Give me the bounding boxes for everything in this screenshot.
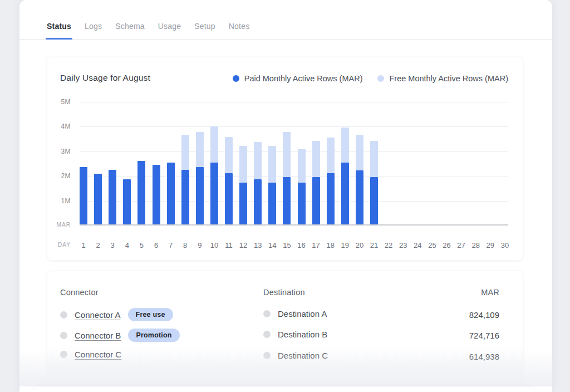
paid-bar-day-14 (268, 183, 276, 224)
usage-table-card: Connector Destination MAR Connector A Fr… (47, 271, 523, 386)
mar-value: 824,109 (469, 310, 499, 320)
destination-status-icon (263, 352, 271, 359)
gridline (80, 102, 508, 102)
paid-bar-day-18 (327, 173, 335, 224)
y-tick-label: 1M (52, 197, 71, 205)
free-bar-day-13 (254, 142, 262, 179)
destination-row: Destination B (263, 330, 327, 339)
legend-label-paid: Paid Monthly Active Rows (MAR) (244, 74, 363, 83)
free-bar-day-10 (210, 126, 218, 163)
paid-bar-day-6 (153, 165, 160, 224)
gridline (80, 151, 508, 152)
connector-link[interactable]: Connector C (75, 350, 121, 359)
paid-bar-day-11 (225, 173, 233, 224)
free-bar-day-19 (341, 128, 349, 163)
free-bar-day-11 (225, 137, 233, 173)
destination-label: Destination A (278, 309, 327, 318)
x-tick-label: 30 (497, 241, 513, 249)
paid-series-dot-icon (233, 75, 239, 82)
tab-notes[interactable]: Notes (229, 22, 250, 31)
free-bar-day-18 (327, 138, 335, 173)
tab-status[interactable]: Status (47, 22, 71, 31)
connector-badge: Promotion (128, 329, 179, 342)
paid-bar-day-19 (341, 163, 349, 224)
mar-value: 724,716 (469, 331, 499, 340)
connector-row: Connector B Promotion (60, 329, 180, 342)
x-axis-label: DAY (51, 242, 71, 248)
chart-plot: MAR DAY 1M2M3M4M5M1234567891011121314151… (80, 102, 508, 226)
connector-link[interactable]: Connector B (75, 331, 121, 340)
paid-bar-day-10 (210, 163, 218, 224)
y-tick-label: 2M (52, 172, 71, 180)
connector-status-icon (60, 351, 67, 358)
destination-label: Destination B (278, 330, 327, 339)
paid-bar-day-3 (109, 170, 116, 224)
connector-row: Connector C (60, 350, 121, 359)
paid-bar-day-13 (254, 179, 262, 224)
tab-setup[interactable]: Setup (194, 22, 215, 31)
paid-bar-day-7 (167, 163, 175, 224)
gridline (80, 126, 508, 127)
connector-status-icon (60, 332, 67, 339)
paid-bar-day-21 (370, 177, 378, 224)
free-bar-day-14 (268, 146, 276, 183)
connector-row: Connector A Free use (60, 308, 173, 321)
y-tick-label: 4M (52, 122, 71, 130)
next-section-edge (33, 386, 534, 392)
destination-status-icon (263, 331, 271, 338)
paid-bar-day-9 (196, 167, 204, 224)
daily-usage-chart-card: Daily Usage for August Paid Monthly Acti… (47, 57, 523, 260)
destination-status-icon (263, 310, 271, 317)
free-bar-day-16 (298, 149, 306, 183)
tab-usage[interactable]: Usage (158, 22, 181, 31)
chart-legend: Paid Monthly Active Rows (MAR) Free Mont… (233, 74, 508, 83)
tab-logs[interactable]: Logs (85, 22, 102, 31)
paid-bar-day-20 (356, 170, 363, 224)
x-axis-baseline (80, 224, 508, 226)
legend-item-paid: Paid Monthly Active Rows (MAR) (233, 74, 363, 83)
paid-bar-day-17 (312, 177, 320, 224)
paid-bar-day-12 (239, 183, 247, 224)
free-bar-day-8 (181, 135, 189, 170)
free-bar-day-9 (196, 132, 204, 167)
mar-value: 614,938 (469, 352, 499, 361)
paid-bar-day-4 (123, 179, 131, 224)
free-bar-day-20 (356, 135, 363, 170)
y-tick-label: 3M (52, 148, 71, 155)
y-tick-label: 5M (52, 98, 71, 106)
connector-link[interactable]: Connector A (75, 310, 121, 320)
connector-badge: Free use (128, 308, 173, 321)
paid-bar-day-5 (137, 161, 145, 224)
legend-item-free: Free Monthly Active Rows (MAR) (377, 74, 508, 83)
paid-bar-day-15 (283, 177, 291, 224)
column-header-connector: Connector (60, 288, 99, 297)
free-bar-day-21 (370, 141, 378, 177)
destination-row: Destination A (263, 309, 327, 318)
destination-row: Destination C (263, 351, 328, 360)
connector-status-icon (60, 311, 67, 318)
paid-bar-day-16 (298, 183, 306, 224)
free-bar-day-15 (283, 132, 291, 177)
column-header-destination: Destination (263, 288, 305, 297)
tab-bar: Status Logs Schema Usage Setup Notes (19, 0, 552, 40)
free-bar-day-12 (239, 146, 247, 183)
paid-bar-day-1 (80, 167, 87, 224)
paid-bar-day-2 (94, 174, 102, 224)
free-series-dot-icon (377, 75, 384, 82)
column-header-mar: MAR (481, 288, 499, 297)
destination-label: Destination C (278, 351, 328, 360)
y-axis-label: MAR (51, 222, 71, 228)
legend-label-free: Free Monthly Active Rows (MAR) (389, 74, 508, 83)
content-panel: Status Logs Schema Usage Setup Notes Dai… (19, 0, 552, 392)
free-bar-day-17 (312, 141, 320, 177)
paid-bar-day-8 (181, 170, 189, 224)
chart-title: Daily Usage for August (60, 73, 150, 83)
tab-schema[interactable]: Schema (115, 22, 145, 31)
